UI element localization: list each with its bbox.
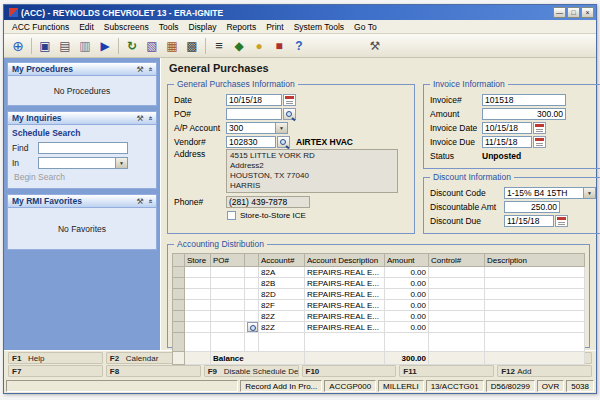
fkey-f8[interactable]: F8 <box>106 365 201 377</box>
list-icon[interactable]: ≡ <box>210 37 228 55</box>
control-cell[interactable] <box>429 322 485 333</box>
money-icon[interactable]: ● <box>250 37 268 55</box>
chevron-down-icon[interactable] <box>275 123 287 133</box>
po-cell[interactable] <box>211 278 245 289</box>
amount-cell[interactable]: 0.00 <box>385 322 429 333</box>
vendor-input[interactable] <box>226 136 276 148</box>
discountable-amt-input[interactable] <box>504 201 560 213</box>
discount-due-input[interactable] <box>504 215 554 227</box>
fkey-f1[interactable]: F1Help <box>8 352 103 364</box>
collapse-icon[interactable]: « <box>145 199 154 203</box>
amount-cell[interactable]: 0.00 <box>385 267 429 278</box>
account-cell[interactable]: 82Z <box>259 311 305 322</box>
begin-search-link[interactable]: Begin Search <box>14 172 152 182</box>
help-icon[interactable]: ? <box>290 37 308 55</box>
row-selector[interactable] <box>173 300 185 311</box>
title-bar[interactable]: (ACC) - REYNOLDS CHEVROLET 13 - ERA-IGNI… <box>4 5 596 20</box>
phone-input[interactable] <box>226 196 310 208</box>
store-cell[interactable] <box>185 322 211 333</box>
calendar-picker-icon[interactable] <box>533 122 546 134</box>
calculator-icon[interactable]: ▩ <box>183 37 201 55</box>
lookup-cell[interactable] <box>245 278 259 289</box>
print-preview-icon[interactable]: ▥ <box>76 37 94 55</box>
maximize-button[interactable]: □ <box>567 7 580 18</box>
lookup-cell[interactable] <box>245 267 259 278</box>
account-description-cell[interactable]: REPAIRS-REAL E... <box>305 267 385 278</box>
menu-item-tools[interactable]: Tools <box>154 21 184 33</box>
control-cell[interactable] <box>429 267 485 278</box>
control-cell[interactable] <box>429 300 485 311</box>
amount-cell[interactable]: 0.00 <box>385 311 429 322</box>
row-selector[interactable] <box>173 311 185 322</box>
amount-cell[interactable]: 0.00 <box>385 278 429 289</box>
print-icon[interactable]: ▤ <box>56 37 74 55</box>
amount-input[interactable] <box>482 108 566 120</box>
fkey-f9[interactable]: F9Disable Schedule Details <box>204 365 299 377</box>
ap-account-dropdown[interactable]: 300 <box>226 122 288 134</box>
account-description-cell[interactable]: REPAIRS-REAL E... <box>305 278 385 289</box>
po-input[interactable] <box>226 108 282 120</box>
window-icon[interactable]: ▧ <box>143 37 161 55</box>
alert-icon[interactable]: ■ <box>270 37 288 55</box>
control-cell[interactable] <box>429 278 485 289</box>
description-cell[interactable] <box>485 289 585 300</box>
fkey-f7[interactable]: F7 <box>8 365 103 377</box>
menu-item-edit[interactable]: Edit <box>74 21 99 33</box>
chart-icon[interactable]: ◆ <box>230 37 248 55</box>
po-cell[interactable] <box>211 267 245 278</box>
account-cell[interactable]: 82Z <box>259 322 305 333</box>
calendar-picker-icon[interactable] <box>555 215 568 227</box>
account-cell[interactable]: 82F <box>259 300 305 311</box>
tools-icon[interactable]: ⚒ <box>366 37 384 55</box>
discount-code-dropdown[interactable]: 1-15% B4 15TH <box>504 187 596 199</box>
store-cell[interactable] <box>185 289 211 300</box>
menu-item-subscreens[interactable]: Subscreens <box>99 21 154 33</box>
account-description-cell[interactable]: REPAIRS-REAL E... <box>305 322 385 333</box>
close-button[interactable]: × <box>581 7 594 18</box>
menu-item-acc-functions[interactable]: ACC Functions <box>7 21 74 33</box>
row-selector[interactable] <box>173 267 185 278</box>
menu-item-display[interactable]: Display <box>184 21 222 33</box>
collapse-icon[interactable]: « <box>145 67 154 71</box>
store-cell[interactable] <box>185 311 211 322</box>
find-input[interactable] <box>38 142 128 154</box>
account-cell[interactable]: 82A <box>259 267 305 278</box>
menu-item-reports[interactable]: Reports <box>221 21 261 33</box>
store-to-store-checkbox[interactable] <box>227 211 236 220</box>
invoice-date-input[interactable] <box>482 122 532 134</box>
save-icon[interactable]: ▣ <box>36 37 54 55</box>
my-procedures-header[interactable]: My Procedures ⚒ « <box>7 62 157 76</box>
lookup-cell[interactable] <box>245 311 259 322</box>
description-cell[interactable] <box>485 267 585 278</box>
date-input[interactable] <box>226 94 282 106</box>
amount-cell[interactable]: 0.00 <box>385 300 429 311</box>
store-cell[interactable] <box>185 278 211 289</box>
control-cell[interactable] <box>429 289 485 300</box>
calendar-picker-icon[interactable] <box>533 136 546 148</box>
account-description-cell[interactable]: REPAIRS-REAL E... <box>305 300 385 311</box>
invoice-number-input[interactable] <box>482 94 566 106</box>
search-icon[interactable] <box>277 136 290 148</box>
search-icon[interactable] <box>247 322 258 332</box>
control-cell[interactable] <box>429 311 485 322</box>
lookup-cell[interactable] <box>245 322 259 333</box>
search-icon[interactable] <box>283 108 296 120</box>
account-cell[interactable]: 82B <box>259 278 305 289</box>
amount-cell[interactable]: 0.00 <box>385 289 429 300</box>
fkey-f12[interactable]: F12Add <box>497 365 592 377</box>
menu-item-go-to[interactable]: Go To <box>349 21 382 33</box>
chevron-down-icon[interactable] <box>115 158 127 168</box>
account-cell[interactable]: 82D <box>259 289 305 300</box>
globe-icon[interactable]: ⊕ <box>9 37 27 55</box>
lookup-cell[interactable] <box>245 289 259 300</box>
lookup-cell[interactable] <box>245 300 259 311</box>
account-description-cell[interactable]: REPAIRS-REAL E... <box>305 311 385 322</box>
description-cell[interactable] <box>485 322 585 333</box>
wrench-icon[interactable]: ⚒ <box>136 114 143 123</box>
invoice-due-input[interactable] <box>482 136 532 148</box>
description-cell[interactable] <box>485 311 585 322</box>
store-cell[interactable] <box>185 300 211 311</box>
description-cell[interactable] <box>485 300 585 311</box>
calendar-icon[interactable]: ▦ <box>163 37 181 55</box>
in-dropdown[interactable] <box>38 157 128 169</box>
